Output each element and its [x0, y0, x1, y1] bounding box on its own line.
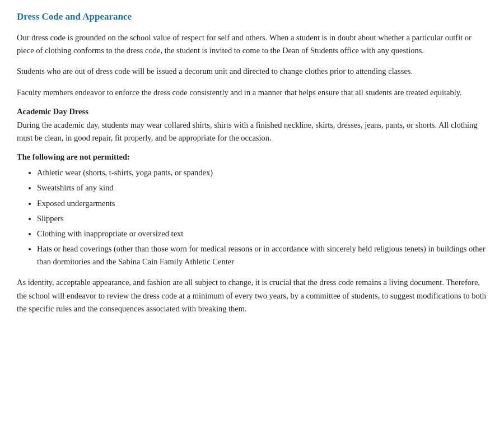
list-item: Hats or head coverings (other than those… — [37, 243, 487, 268]
list-item: Exposed undergarments — [37, 197, 487, 210]
intro-paragraph-1: Our dress code is grounded on the school… — [17, 31, 487, 57]
not-permitted-list: Athletic wear (shorts, t-shirts, yoga pa… — [17, 166, 487, 268]
list-item: Sweatshirts of any kind — [37, 181, 487, 194]
intro-paragraph-3: Faculty members endeavor to enforce the … — [17, 86, 487, 99]
list-item: Clothing with inappropriate or oversized… — [37, 227, 487, 240]
not-permitted-heading: The following are not permitted: — [17, 152, 487, 162]
list-item: Athletic wear (shorts, t-shirts, yoga pa… — [37, 166, 487, 179]
page-title: Dress Code and Appearance — [17, 11, 487, 22]
intro-paragraph-2: Students who are out of dress code will … — [17, 65, 487, 78]
academic-day-heading: Academic Day Dress — [17, 107, 487, 116]
list-item: Slippers — [37, 212, 487, 225]
closing-paragraph: As identity, acceptable appearance, and … — [17, 276, 487, 315]
academic-day-body: During the academic day, students may we… — [17, 119, 487, 144]
